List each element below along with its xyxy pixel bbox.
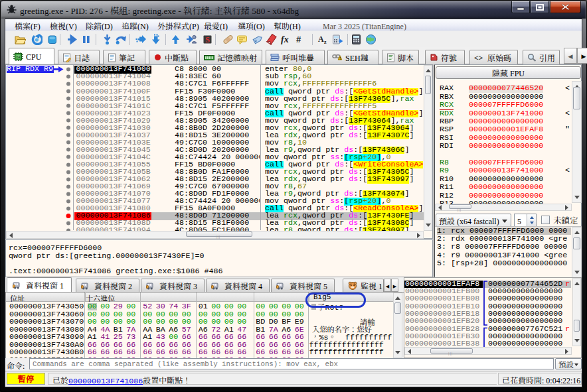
svg-text:S: S [205,35,210,44]
svg-text:fx: fx [281,34,289,44]
svg-text:64: 64 [17,55,21,59]
svg-text:A: A [318,34,324,44]
svg-text:<>: <> [474,54,483,62]
svg-text:z: z [324,39,327,45]
svg-text:#: # [296,34,301,44]
